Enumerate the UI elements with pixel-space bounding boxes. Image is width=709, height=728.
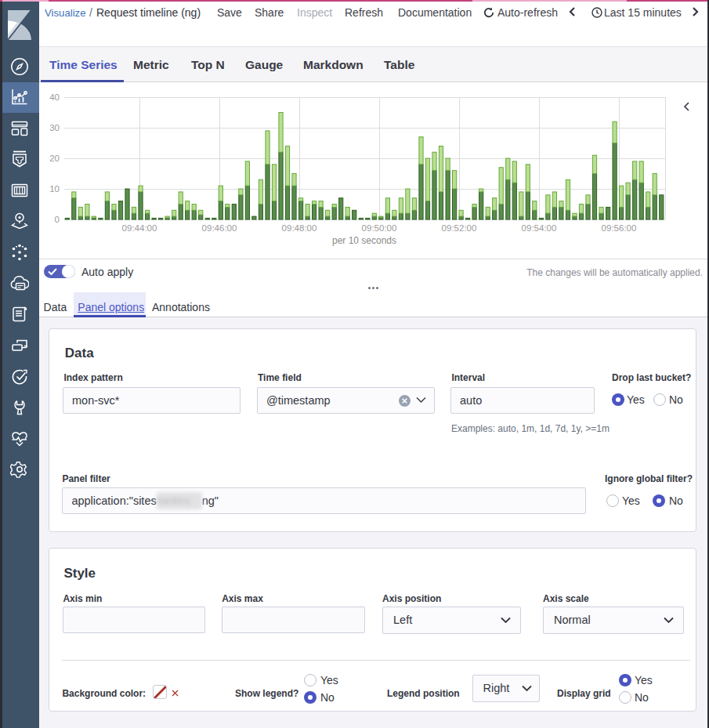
svg-text:09:48:00: 09:48:00 [282, 223, 317, 233]
svg-text:per 10 seconds: per 10 seconds [332, 235, 396, 246]
svg-text:09:50:00: 09:50:00 [362, 223, 397, 233]
svg-text:10: 10 [49, 184, 60, 194]
svg-text:0: 0 [55, 215, 60, 224]
svg-text:20: 20 [49, 154, 60, 163]
svg-text:09:52:00: 09:52:00 [442, 223, 477, 233]
svg-text:09:44:00: 09:44:00 [122, 223, 157, 233]
svg-text:30: 30 [49, 123, 60, 132]
svg-text:09:54:00: 09:54:00 [522, 223, 557, 233]
svg-text:40: 40 [49, 92, 60, 102]
svg-text:09:56:00: 09:56:00 [602, 223, 637, 233]
svg-text:09:46:00: 09:46:00 [202, 223, 237, 233]
